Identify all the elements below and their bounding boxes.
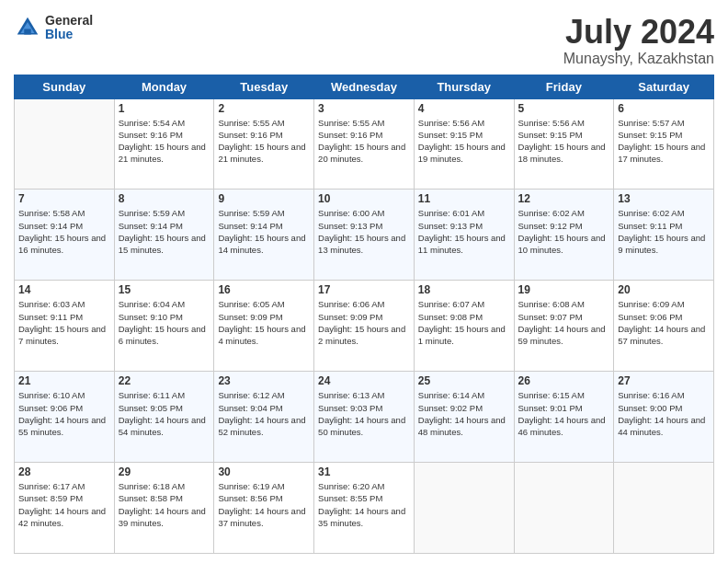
calendar-header-row: Sunday Monday Tuesday Wednesday Thursday… xyxy=(15,75,714,98)
day-number: 11 xyxy=(418,192,510,205)
header-wednesday: Wednesday xyxy=(314,75,415,98)
calendar-cell: 27Sunrise: 6:16 AM Sunset: 9:00 PM Dayli… xyxy=(614,372,714,463)
calendar-cell xyxy=(15,98,115,190)
calendar-cell: 14Sunrise: 6:03 AM Sunset: 9:11 PM Dayli… xyxy=(15,281,115,372)
day-number: 16 xyxy=(218,283,310,296)
calendar-cell: 6Sunrise: 5:57 AM Sunset: 9:15 PM Daylig… xyxy=(614,98,714,190)
logo-blue-text: Blue xyxy=(45,28,93,41)
day-number: 28 xyxy=(18,465,110,478)
day-info: Sunrise: 5:57 AM Sunset: 9:15 PM Dayligh… xyxy=(618,117,710,166)
day-info: Sunrise: 6:18 AM Sunset: 8:58 PM Dayligh… xyxy=(119,480,210,529)
day-info: Sunrise: 6:17 AM Sunset: 8:59 PM Dayligh… xyxy=(18,480,110,529)
day-info: Sunrise: 6:05 AM Sunset: 9:09 PM Dayligh… xyxy=(218,298,310,347)
day-number: 5 xyxy=(518,102,610,115)
week-row-1: 1Sunrise: 5:54 AM Sunset: 9:16 PM Daylig… xyxy=(15,98,714,190)
subtitle: Munayshy, Kazakhstan xyxy=(563,51,714,67)
logo-icon xyxy=(14,14,41,41)
day-info: Sunrise: 6:02 AM Sunset: 9:11 PM Dayligh… xyxy=(618,207,710,256)
day-info: Sunrise: 6:09 AM Sunset: 9:06 PM Dayligh… xyxy=(618,298,710,347)
day-number: 26 xyxy=(518,374,610,387)
day-number: 7 xyxy=(18,192,110,205)
day-info: Sunrise: 5:54 AM Sunset: 9:16 PM Dayligh… xyxy=(119,117,210,166)
calendar-cell: 23Sunrise: 6:12 AM Sunset: 9:04 PM Dayli… xyxy=(214,372,314,463)
calendar-cell: 26Sunrise: 6:15 AM Sunset: 9:01 PM Dayli… xyxy=(514,372,614,463)
calendar-cell xyxy=(614,463,714,554)
calendar-cell: 13Sunrise: 6:02 AM Sunset: 9:11 PM Dayli… xyxy=(614,190,714,281)
calendar-cell: 30Sunrise: 6:19 AM Sunset: 8:56 PM Dayli… xyxy=(214,463,314,554)
day-number: 10 xyxy=(318,192,410,205)
calendar-cell: 29Sunrise: 6:18 AM Sunset: 8:58 PM Dayli… xyxy=(114,463,214,554)
day-info: Sunrise: 6:19 AM Sunset: 8:56 PM Dayligh… xyxy=(218,480,310,529)
day-info: Sunrise: 6:13 AM Sunset: 9:03 PM Dayligh… xyxy=(318,389,410,438)
day-info: Sunrise: 6:07 AM Sunset: 9:08 PM Dayligh… xyxy=(418,298,510,347)
calendar-cell xyxy=(514,463,614,554)
calendar-cell: 11Sunrise: 6:01 AM Sunset: 9:13 PM Dayli… xyxy=(414,190,514,281)
header-monday: Monday xyxy=(114,75,214,98)
svg-rect-2 xyxy=(24,29,31,35)
day-number: 21 xyxy=(18,374,110,387)
calendar-cell: 4Sunrise: 5:56 AM Sunset: 9:15 PM Daylig… xyxy=(414,98,514,190)
header-tuesday: Tuesday xyxy=(214,75,314,98)
day-info: Sunrise: 5:58 AM Sunset: 9:14 PM Dayligh… xyxy=(18,207,110,256)
day-info: Sunrise: 6:10 AM Sunset: 9:06 PM Dayligh… xyxy=(18,389,110,438)
logo: General Blue xyxy=(14,14,93,42)
day-number: 29 xyxy=(119,465,210,478)
day-number: 24 xyxy=(318,374,410,387)
day-info: Sunrise: 6:02 AM Sunset: 9:12 PM Dayligh… xyxy=(518,207,610,256)
calendar-cell: 1Sunrise: 5:54 AM Sunset: 9:16 PM Daylig… xyxy=(114,98,214,190)
calendar-cell: 5Sunrise: 5:56 AM Sunset: 9:15 PM Daylig… xyxy=(514,98,614,190)
day-info: Sunrise: 5:59 AM Sunset: 9:14 PM Dayligh… xyxy=(218,207,310,256)
day-info: Sunrise: 6:06 AM Sunset: 9:09 PM Dayligh… xyxy=(318,298,410,347)
day-info: Sunrise: 6:00 AM Sunset: 9:13 PM Dayligh… xyxy=(318,207,410,256)
page: General Blue July 2024 Munayshy, Kazakhs… xyxy=(0,0,728,563)
day-number: 23 xyxy=(218,374,310,387)
calendar-cell: 20Sunrise: 6:09 AM Sunset: 9:06 PM Dayli… xyxy=(614,281,714,372)
calendar-cell: 22Sunrise: 6:11 AM Sunset: 9:05 PM Dayli… xyxy=(114,372,214,463)
day-info: Sunrise: 6:14 AM Sunset: 9:02 PM Dayligh… xyxy=(418,389,510,438)
day-number: 1 xyxy=(119,102,210,115)
day-info: Sunrise: 6:15 AM Sunset: 9:01 PM Dayligh… xyxy=(518,389,610,438)
calendar-cell: 2Sunrise: 5:55 AM Sunset: 9:16 PM Daylig… xyxy=(214,98,314,190)
day-number: 4 xyxy=(418,102,510,115)
day-number: 6 xyxy=(618,102,710,115)
calendar-cell: 17Sunrise: 6:06 AM Sunset: 9:09 PM Dayli… xyxy=(314,281,415,372)
day-info: Sunrise: 6:01 AM Sunset: 9:13 PM Dayligh… xyxy=(418,207,510,256)
calendar-cell: 18Sunrise: 6:07 AM Sunset: 9:08 PM Dayli… xyxy=(414,281,514,372)
day-number: 22 xyxy=(119,374,210,387)
calendar-cell: 25Sunrise: 6:14 AM Sunset: 9:02 PM Dayli… xyxy=(414,372,514,463)
header-sunday: Sunday xyxy=(15,75,115,98)
title-block: July 2024 Munayshy, Kazakhstan xyxy=(563,14,714,67)
header-saturday: Saturday xyxy=(614,75,714,98)
calendar-cell: 15Sunrise: 6:04 AM Sunset: 9:10 PM Dayli… xyxy=(114,281,214,372)
day-number: 18 xyxy=(418,283,510,296)
day-number: 12 xyxy=(518,192,610,205)
logo-general-text: General xyxy=(45,14,93,28)
calendar-cell: 16Sunrise: 6:05 AM Sunset: 9:09 PM Dayli… xyxy=(214,281,314,372)
day-number: 20 xyxy=(618,283,710,296)
day-info: Sunrise: 6:08 AM Sunset: 9:07 PM Dayligh… xyxy=(518,298,610,347)
day-info: Sunrise: 5:56 AM Sunset: 9:15 PM Dayligh… xyxy=(418,117,510,166)
week-row-3: 14Sunrise: 6:03 AM Sunset: 9:11 PM Dayli… xyxy=(15,281,714,372)
day-number: 30 xyxy=(218,465,310,478)
calendar-cell: 19Sunrise: 6:08 AM Sunset: 9:07 PM Dayli… xyxy=(514,281,614,372)
day-number: 27 xyxy=(618,374,710,387)
logo-text: General Blue xyxy=(45,14,93,42)
calendar-cell: 28Sunrise: 6:17 AM Sunset: 8:59 PM Dayli… xyxy=(15,463,115,554)
day-number: 13 xyxy=(618,192,710,205)
calendar-cell xyxy=(414,463,514,554)
main-title: July 2024 xyxy=(563,14,714,51)
day-number: 9 xyxy=(218,192,310,205)
calendar-cell: 10Sunrise: 6:00 AM Sunset: 9:13 PM Dayli… xyxy=(314,190,415,281)
day-info: Sunrise: 5:56 AM Sunset: 9:15 PM Dayligh… xyxy=(518,117,610,166)
day-info: Sunrise: 6:04 AM Sunset: 9:10 PM Dayligh… xyxy=(119,298,210,347)
day-number: 15 xyxy=(119,283,210,296)
week-row-2: 7Sunrise: 5:58 AM Sunset: 9:14 PM Daylig… xyxy=(15,190,714,281)
day-number: 14 xyxy=(18,283,110,296)
calendar-cell: 12Sunrise: 6:02 AM Sunset: 9:12 PM Dayli… xyxy=(514,190,614,281)
day-number: 3 xyxy=(318,102,410,115)
week-row-5: 28Sunrise: 6:17 AM Sunset: 8:59 PM Dayli… xyxy=(15,463,714,554)
day-info: Sunrise: 5:55 AM Sunset: 9:16 PM Dayligh… xyxy=(318,117,410,166)
day-info: Sunrise: 6:20 AM Sunset: 8:55 PM Dayligh… xyxy=(318,480,410,529)
calendar-cell: 8Sunrise: 5:59 AM Sunset: 9:14 PM Daylig… xyxy=(114,190,214,281)
day-number: 17 xyxy=(318,283,410,296)
